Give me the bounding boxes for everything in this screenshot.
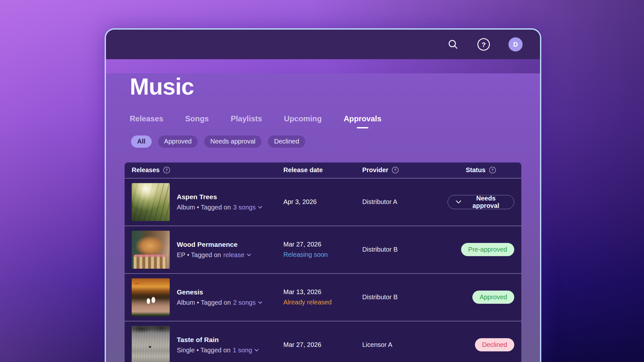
status-cell: Pre-approved <box>461 243 514 256</box>
release-cell: Genesis Album • Tagged on 2 songs <box>132 278 283 316</box>
column-header-releases: Releases ? <box>132 166 283 174</box>
tab-label: Playlists <box>231 114 262 123</box>
approvals-table: Releases ? Release date Provider <box>125 162 521 362</box>
main-content: Music Releases Songs Playlists Upcoming … <box>106 73 540 362</box>
release-date: Mar 27, 2026 <box>283 241 362 248</box>
release-cell: Taste of Rain Single • Tagged on 1 song <box>132 326 283 362</box>
column-header-status: Status ? <box>448 166 514 174</box>
tab-songs[interactable]: Songs <box>185 114 209 128</box>
status-help-button[interactable]: ? <box>489 166 496 174</box>
tagged-release-link[interactable]: release <box>223 251 251 259</box>
filter-chip-approved[interactable]: Approved <box>158 135 198 148</box>
table-header-row: Releases ? Release date Provider <box>125 162 521 178</box>
tab-approvals[interactable]: Approvals <box>344 114 381 128</box>
svg-text:?: ? <box>482 41 486 48</box>
release-type-text: EP • Tagged on <box>177 251 221 259</box>
help-icon: ? <box>477 38 490 51</box>
album-art-forest <box>132 183 170 221</box>
release-date-cell: Mar 27, 2026 Releasing soon <box>283 241 362 258</box>
tab-underline <box>191 127 203 128</box>
filter-chip-needs-approval[interactable]: Needs approval <box>204 135 261 148</box>
status-badge-approved: Approved <box>472 291 514 304</box>
release-title: Genesis <box>177 288 262 296</box>
release-date: Apr 3, 2026 <box>283 198 362 206</box>
album-art-bread-basket <box>132 231 170 269</box>
chevron-down-icon <box>254 349 259 352</box>
tagged-release-label: release <box>223 251 245 259</box>
provider-cell: Licensor A <box>362 341 448 348</box>
chevron-down-icon <box>258 206 262 209</box>
tab-upcoming[interactable]: Upcoming <box>284 114 322 128</box>
release-date: Mar 13, 2026 <box>283 288 362 296</box>
status-label: Needs approval <box>466 195 506 209</box>
provider-cell: Distributor A <box>362 198 448 206</box>
tab-label: Approvals <box>344 114 381 123</box>
release-date-cell: Mar 13, 2026 Already released <box>283 288 362 306</box>
album-art-bw-field <box>132 326 170 362</box>
tab-underline <box>241 127 252 128</box>
column-header-provider: Provider ? <box>362 166 448 174</box>
help-circle-icon: ? <box>489 166 496 174</box>
album-art-sunset-birds <box>132 278 170 316</box>
release-subtitle: Album • Tagged on 2 songs <box>177 299 262 306</box>
tab-releases[interactable]: Releases <box>130 114 163 128</box>
app-window: ? D Music Releases Songs Playlists Upcom… <box>105 28 541 362</box>
tab-playlists[interactable]: Playlists <box>231 114 262 128</box>
status-badge-declined: Declined <box>475 338 514 351</box>
needs-approval-dropdown-button[interactable]: Needs approval <box>448 195 514 209</box>
svg-text:?: ? <box>166 168 168 172</box>
tagged-songs-link[interactable]: 2 songs <box>233 299 262 306</box>
help-button[interactable]: ? <box>477 38 490 51</box>
search-button[interactable] <box>447 39 459 50</box>
releasing-soon-note: Releasing soon <box>283 251 362 258</box>
tab-underline <box>297 127 309 128</box>
filter-chip-declined[interactable]: Declined <box>268 135 305 148</box>
chevron-down-icon <box>258 301 262 304</box>
tagged-songs-label: 2 songs <box>233 299 256 306</box>
release-type-text: Single • Tagged on <box>177 347 231 354</box>
release-title: Aspen Trees <box>177 193 262 201</box>
column-header-label: Releases <box>132 166 160 174</box>
tagged-songs-label: 3 songs <box>233 204 256 211</box>
tab-label: Releases <box>130 114 163 123</box>
release-cell: Wood Permanence EP • Tagged on release <box>132 231 283 269</box>
svg-text:?: ? <box>394 168 396 172</box>
tagged-song-link[interactable]: 1 song <box>233 347 259 354</box>
chevron-down-icon <box>247 254 251 256</box>
release-subtitle: Single • Tagged on 1 song <box>177 347 259 354</box>
release-type-text: Album • Tagged on <box>177 204 231 211</box>
release-subtitle: Album • Tagged on 3 songs <box>177 204 262 211</box>
filter-chip-bar: All Approved Needs approval Declined <box>131 135 521 148</box>
svg-text:?: ? <box>491 168 493 172</box>
tagged-song-label: 1 song <box>233 347 252 354</box>
release-date-cell: Mar 27, 2026 <box>283 341 362 348</box>
release-title: Wood Permanence <box>177 241 251 248</box>
column-header-label: Release date <box>283 166 323 174</box>
provider-cell: Distributor B <box>362 293 448 301</box>
status-badge-pre-approved: Pre-approved <box>461 243 514 256</box>
column-header-label: Provider <box>362 166 388 174</box>
tab-bar: Releases Songs Playlists Upcoming Approv… <box>130 114 521 128</box>
top-bar: ? D <box>106 30 540 59</box>
table-row: Taste of Rain Single • Tagged on 1 song … <box>125 321 521 362</box>
help-circle-icon: ? <box>163 166 170 174</box>
avatar[interactable]: D <box>508 37 523 51</box>
tagged-songs-link[interactable]: 3 songs <box>233 204 262 211</box>
status-cell: Approved <box>472 291 514 304</box>
table-row: Genesis Album • Tagged on 2 songs Mar 13… <box>125 273 521 321</box>
releases-help-button[interactable]: ? <box>163 166 170 174</box>
table-row: Aspen Trees Album • Tagged on 3 songs Ap… <box>125 178 521 226</box>
release-subtitle: EP • Tagged on release <box>177 251 251 259</box>
active-tab-underline <box>357 127 368 128</box>
page-title: Music <box>130 73 521 100</box>
search-icon <box>447 39 459 50</box>
help-circle-icon: ? <box>392 166 399 174</box>
release-type-text: Album • Tagged on <box>177 299 231 306</box>
filter-chip-all[interactable]: All <box>131 135 152 148</box>
release-title: Taste of Rain <box>177 336 259 344</box>
chevron-down-icon <box>456 200 461 204</box>
release-cell: Aspen Trees Album • Tagged on 3 songs <box>132 183 283 221</box>
provider-help-button[interactable]: ? <box>392 166 399 174</box>
already-released-note: Already released <box>283 299 362 306</box>
provider-cell: Distributor B <box>362 246 448 253</box>
